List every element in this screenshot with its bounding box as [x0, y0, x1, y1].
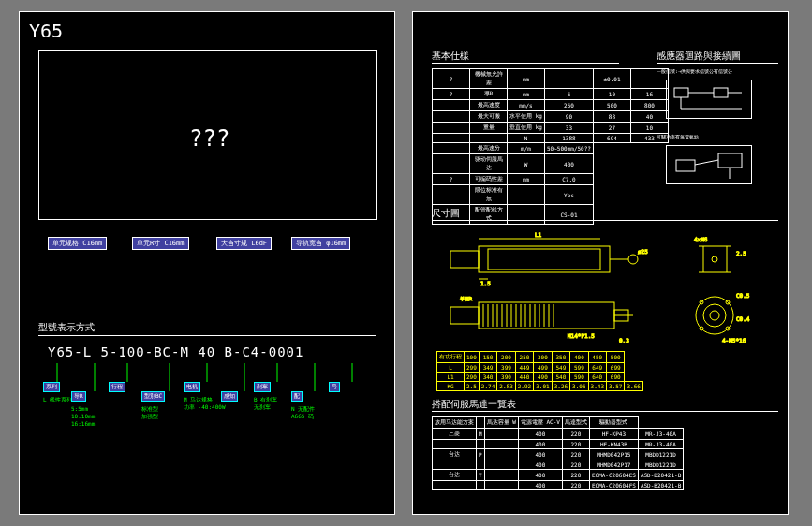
svg-text:单面R: 单面R: [460, 296, 473, 301]
tree-tag-5: 感知: [221, 391, 238, 402]
tree-tag-8: 号: [329, 382, 340, 392]
dimension-drawing: L1 ø25 1.5 4xM6 2.5 单面R M14*P1.5 0.3: [432, 227, 778, 349]
spec-label-1: 单元规格 C16mm: [48, 237, 107, 250]
preview-placeholder: ???: [189, 125, 229, 152]
right-sheet: 基本仕樣 感應器迴路與接續圖 一般信號:→供與要求信號公有信號公 ?機械無允許差…: [412, 11, 789, 515]
svg-text:ø25: ø25: [638, 248, 648, 255]
spec-table: ?機械無允許差mm±0.01?導Rmm51016最高速度mm/s25050080…: [432, 68, 669, 225]
svg-text:0.3: 0.3: [619, 337, 629, 343]
circuit-title: 感應器迴路與接續圖: [657, 50, 741, 63]
svg-rect-20: [479, 246, 610, 272]
divider-dim: [432, 220, 778, 221]
svg-rect-9: [674, 88, 688, 97]
svg-text:C0.5: C0.5: [736, 292, 750, 299]
svg-rect-16: [718, 153, 742, 168]
tree-sub-1c: 16:16mm: [71, 420, 95, 427]
tree-tag-1: 导R: [71, 391, 86, 402]
spec-title: 基本仕樣: [432, 50, 469, 63]
divider: [38, 335, 376, 336]
svg-point-59: [696, 297, 733, 334]
tree-tag-6: 刹车: [254, 382, 271, 392]
preview-box: ???: [38, 50, 377, 220]
divider-circuit: [657, 63, 778, 64]
tree-sub-6b: 无刹车: [254, 403, 271, 412]
svg-point-33: [712, 256, 717, 262]
model-code: Y65-L 5-100-BC-M 40 B-C4-0001: [48, 344, 303, 359]
svg-rect-15: [676, 160, 695, 171]
svg-point-61: [710, 311, 719, 320]
tree-tag-0: 系列: [43, 382, 60, 392]
spec-label-2: 单元R寸 C16mm: [132, 237, 189, 250]
svg-rect-19: [450, 251, 479, 268]
divider-spec: [432, 63, 619, 64]
circuit-diagram-1: [666, 80, 752, 119]
naming-title: 型號表示方式: [38, 321, 95, 334]
svg-line-17: [695, 160, 718, 165]
divider-motor: [432, 411, 778, 412]
svg-rect-11: [714, 88, 728, 97]
svg-text:4xM6: 4xM6: [694, 236, 708, 242]
svg-rect-37: [479, 302, 614, 329]
left-sheet: Y65 ??? 单元规格 C16mm 单元R寸 C16mm 大当寸规 L6dF …: [19, 11, 395, 515]
tree-tag-7: 配: [291, 391, 303, 402]
sheet-title: Y65: [29, 20, 63, 42]
circuit-diagram-2: [666, 145, 752, 184]
motor-title: 搭配伺服馬達一覽表: [432, 398, 516, 411]
motor-table: 放用马达能方案馬达容量 W電源電壓 AC-V馬達型式驅動器型式三菱M400220…: [432, 416, 684, 490]
spec-label-4: 导轨宽当 φ16mm: [291, 237, 350, 250]
tree-tag-2: 行程: [109, 382, 125, 392]
svg-text:M14*P1.5: M14*P1.5: [568, 332, 595, 339]
tree-tag-4: 电机: [184, 382, 200, 392]
svg-text:2.5: 2.5: [736, 250, 746, 256]
tree-sub-4b: 功率 -40:400W: [184, 403, 226, 412]
spec-label-3: 大当寸规 L6dF: [216, 237, 272, 250]
tree-sub-1a: 5:5mm: [71, 405, 88, 412]
svg-text:C0.4: C0.4: [736, 315, 750, 322]
svg-text:1.5: 1.5: [480, 280, 491, 286]
tree-sub-0: L 线性系列: [43, 396, 72, 404]
circuit-note2: 可關功率有無電氣點: [657, 134, 699, 139]
svg-rect-21: [488, 249, 600, 270]
svg-point-23: [628, 255, 638, 264]
svg-text:4-M5*16: 4-M5*16: [722, 337, 746, 343]
svg-text:L1: L1: [535, 231, 542, 238]
tree-sub-1b: 10:10mm: [71, 413, 95, 419]
svg-point-60: [703, 304, 726, 327]
svg-rect-36: [450, 307, 479, 324]
dim-title: 尺寸圖: [432, 207, 460, 220]
tree-tag-3: 型別BC: [141, 391, 165, 402]
dim-table: 有功行程100150200250300350400450500L29934939…: [436, 351, 643, 391]
tree-sub-3b: 加强型: [141, 413, 158, 421]
tree-sub-7b: A665 码: [291, 413, 314, 421]
